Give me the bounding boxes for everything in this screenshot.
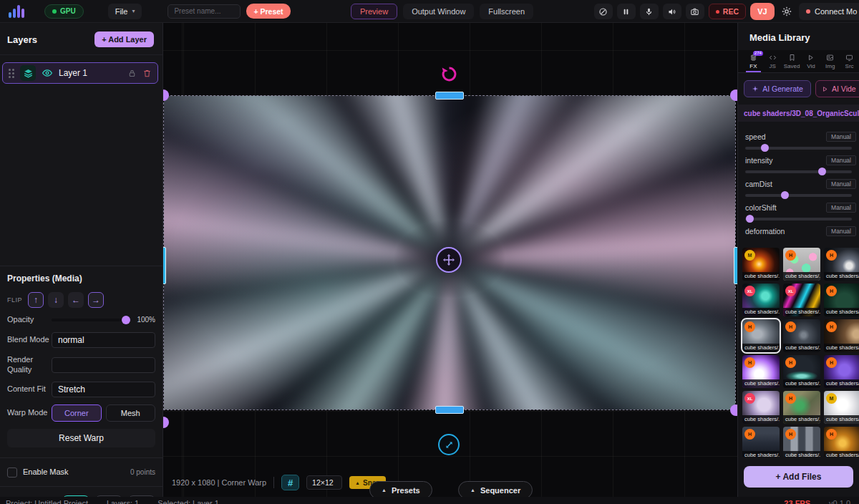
settings-button[interactable]: [779, 4, 795, 19]
param-mode-button[interactable]: Manual: [826, 179, 856, 189]
reset-warp-button[interactable]: Reset Warp: [7, 429, 155, 447]
media-item[interactable]: Hcube shaders/...: [783, 248, 820, 281]
warp-corner-handle-tr[interactable]: [730, 89, 737, 101]
edge-handle-bottom[interactable]: [435, 406, 464, 414]
param-slider[interactable]: [745, 218, 852, 220]
media-item[interactable]: Hcube shaders/...: [824, 427, 859, 460]
media-item[interactable]: XLcube shaders/...: [742, 391, 780, 424]
add-layer-button[interactable]: + Add Layer: [94, 32, 154, 47]
param-slider[interactable]: [745, 170, 852, 173]
scale-handle[interactable]: [438, 434, 460, 455]
media-item[interactable]: Hcube shaders/...: [783, 355, 820, 388]
delete-layer-button[interactable]: [142, 69, 152, 78]
media-item-caption: cube shaders/...: [783, 308, 820, 316]
media-item[interactable]: XLcube shaders/...: [783, 284, 820, 316]
vj-mode-button[interactable]: VJ: [750, 3, 775, 20]
param-slider-thumb[interactable]: [818, 168, 826, 175]
edge-handle-top[interactable]: [435, 92, 464, 100]
content-fit-select[interactable]: Stretch: [52, 382, 155, 397]
param-slider[interactable]: [745, 194, 852, 197]
flip-left-button[interactable]: ←: [68, 292, 84, 308]
media-item-caption: cube shaders/...: [783, 272, 820, 281]
snapshot-button[interactable]: [686, 4, 704, 19]
media-item[interactable]: Hcube shaders/...: [824, 355, 859, 388]
flip-right-button[interactable]: →: [88, 292, 104, 308]
flip-down-button[interactable]: ↓: [48, 292, 64, 308]
media-item[interactable]: Mcube shaders/...: [742, 248, 780, 281]
code-icon: [769, 54, 777, 62]
tab-img[interactable]: Img: [820, 50, 840, 72]
blend-mode-label: Blend Mode: [7, 335, 52, 345]
quality-badge: H: [785, 250, 796, 261]
gpu-status-dot-icon: [52, 9, 57, 14]
param-slider-thumb[interactable]: [761, 144, 769, 152]
media-item[interactable]: Hcube shaders/...: [742, 427, 780, 460]
disable-button[interactable]: [594, 4, 613, 19]
connect-button[interactable]: Connect Mo: [799, 3, 859, 20]
param-mode-button[interactable]: Manual: [826, 155, 856, 165]
param-slider-thumb[interactable]: [781, 191, 789, 199]
blend-mode-select[interactable]: normal: [52, 332, 155, 348]
flip-up-button[interactable]: ↑: [28, 292, 44, 308]
gear-icon: [781, 6, 792, 17]
tab-js[interactable]: JS: [763, 50, 782, 72]
add-files-button[interactable]: + Add Files: [744, 466, 853, 488]
edge-handle-left[interactable]: [163, 247, 166, 284]
preset-name-input[interactable]: [168, 4, 241, 19]
media-item[interactable]: Hcube shaders/...: [742, 355, 780, 388]
warp-corner-handle-br[interactable]: [730, 404, 737, 416]
output-window-button[interactable]: Output Window: [403, 4, 474, 19]
opacity-slider[interactable]: [52, 319, 130, 321]
connect-status-dot-icon: [806, 9, 810, 14]
media-item[interactable]: Mcube shaders/...: [824, 391, 859, 424]
layer-visibility-toggle[interactable]: [42, 67, 53, 79]
rotate-handle[interactable]: [440, 64, 459, 84]
param-slider-thumb[interactable]: [746, 215, 754, 223]
preview-canvas[interactable]: 1920 x 1080 | Corner Warp # ▲ Snap ▲ Pre…: [163, 23, 737, 504]
param-mode-button[interactable]: Manual: [826, 226, 856, 236]
fullscreen-button[interactable]: Fullscreen: [480, 4, 533, 19]
move-handle[interactable]: [436, 247, 462, 273]
sequencer-label: Sequencer: [480, 486, 520, 495]
toggle-grid-button[interactable]: #: [281, 475, 299, 490]
pause-button[interactable]: [617, 4, 636, 19]
tab-count-badge: 274: [753, 51, 763, 56]
lock-layer-button[interactable]: [127, 69, 137, 78]
media-item[interactable]: Hcube shaders/...: [824, 284, 859, 316]
warp-corner-button[interactable]: Corner: [52, 404, 102, 422]
record-button[interactable]: REC: [709, 4, 746, 19]
ai-generate-button[interactable]: AI Generate: [744, 80, 811, 97]
speaker-button[interactable]: [663, 4, 681, 19]
media-item[interactable]: Hcube shaders/...: [824, 319, 859, 352]
ai-video-button[interactable]: AI Vide: [815, 80, 859, 97]
media-item[interactable]: Hcube shaders/...: [783, 319, 820, 352]
media-item[interactable]: Hcube shaders/...: [783, 427, 820, 460]
media-item-caption: cube shaders/...: [824, 344, 859, 352]
layer-row[interactable]: Layer 1: [2, 62, 158, 84]
param-slider[interactable]: [745, 147, 852, 150]
param-mode-button[interactable]: Manual: [826, 203, 856, 213]
tab-saved[interactable]: Saved: [782, 50, 802, 72]
media-item[interactable]: XLcube shaders/...: [742, 284, 780, 316]
top-toolbar: GPU File ▾ + Preset Preview Output Windo…: [0, 0, 859, 23]
grid-size-input[interactable]: [306, 475, 342, 490]
warp-mesh-button[interactable]: Mesh: [106, 404, 156, 422]
add-preset-button[interactable]: + Preset: [246, 4, 290, 19]
media-item[interactable]: Hcube shaders/...: [824, 248, 859, 281]
tab-fx[interactable]: 274FX: [744, 50, 763, 72]
media-item[interactable]: Hcube shaders/...: [742, 319, 780, 352]
microphone-button[interactable]: [640, 4, 659, 19]
tab-vid[interactable]: Vid: [801, 50, 820, 72]
media-item[interactable]: Hcube shaders/...: [783, 391, 820, 424]
shader-param-row: colorShiftManual: [745, 203, 852, 220]
preview-button[interactable]: Preview: [351, 4, 397, 19]
opacity-slider-thumb[interactable]: [122, 316, 130, 324]
resize-diagonal-icon: [444, 440, 455, 450]
render-quality-select[interactable]: [52, 357, 155, 373]
enable-mask-checkbox[interactable]: [7, 467, 17, 478]
status-layers: Layers: 1: [107, 499, 139, 504]
param-mode-button[interactable]: Manual: [826, 132, 856, 142]
tab-src[interactable]: Src: [840, 50, 859, 72]
file-menu-button[interactable]: File ▾: [108, 4, 142, 19]
drag-handle-icon[interactable]: [9, 69, 14, 78]
